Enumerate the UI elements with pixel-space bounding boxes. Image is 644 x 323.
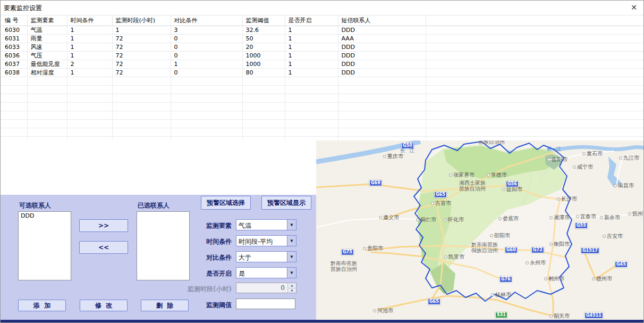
- table-row-empty[interactable]: [1, 94, 644, 103]
- element-select[interactable]: 气温 ▼: [236, 219, 296, 230]
- table-cell[interactable]: 6031: [1, 35, 27, 43]
- table-row-empty[interactable]: [1, 137, 644, 141]
- table-cell[interactable]: DDD: [338, 43, 426, 52]
- table-row-empty[interactable]: [1, 120, 644, 128]
- table-cell[interactable]: [426, 69, 644, 77]
- time-condition-select[interactable]: 时间段-平均 ▼: [236, 235, 296, 246]
- table-cell[interactable]: 相对湿度: [27, 69, 67, 77]
- compare-condition-select[interactable]: 大于 ▼: [236, 251, 296, 262]
- table-cell[interactable]: 72: [112, 69, 171, 77]
- table-row[interactable]: 6033风速1720201DDD: [1, 43, 644, 52]
- table-cell[interactable]: DDD: [338, 60, 426, 69]
- table-cell[interactable]: 最低能见度: [27, 60, 67, 69]
- table-cell[interactable]: 1: [67, 43, 112, 52]
- table-cell[interactable]: 1: [285, 26, 338, 35]
- table-cell[interactable]: AAA: [338, 35, 426, 43]
- column-header[interactable]: 是否开启: [285, 15, 338, 26]
- contact-list-item[interactable]: DDD: [19, 212, 71, 220]
- table-cell[interactable]: 气温: [27, 26, 67, 35]
- warning-area-select-button[interactable]: 预警区域选择: [201, 196, 251, 210]
- chevron-down-icon[interactable]: ▼: [287, 268, 296, 278]
- table-row-empty[interactable]: [1, 128, 644, 137]
- column-header[interactable]: 监测时段(小时): [112, 15, 171, 26]
- map-view[interactable]: 重庆市黄石市咸宁市九江市岳阳市南昌市常德市张家界市益阳市长沙市吉首市遵义市铜仁市…: [316, 140, 644, 320]
- table-cell[interactable]: [426, 26, 644, 35]
- table-cell[interactable]: 0: [171, 43, 242, 52]
- chevron-down-icon[interactable]: ▼: [287, 236, 296, 246]
- table-cell[interactable]: 1: [67, 69, 112, 77]
- table-cell[interactable]: 6038: [1, 69, 27, 77]
- table-cell[interactable]: [426, 60, 644, 69]
- table-cell[interactable]: 6037: [1, 60, 27, 69]
- table-row-empty[interactable]: [1, 111, 644, 120]
- table-cell[interactable]: 0: [171, 52, 242, 60]
- table-cell[interactable]: 72: [112, 43, 171, 52]
- table-cell[interactable]: 1: [67, 35, 112, 43]
- table-cell[interactable]: 1: [171, 60, 242, 69]
- table-cell[interactable]: 风速: [27, 43, 67, 52]
- column-header[interactable]: 监测要素: [27, 15, 67, 26]
- modify-button[interactable]: 修 改: [80, 300, 128, 311]
- table-cell[interactable]: 2: [67, 60, 112, 69]
- table-cell[interactable]: [426, 35, 644, 43]
- table-cell[interactable]: 72: [112, 60, 171, 69]
- spinner-down-icon[interactable]: ▼: [288, 288, 296, 293]
- table-cell[interactable]: 6030: [1, 26, 27, 35]
- table-cell[interactable]: DDD: [338, 26, 426, 35]
- map-city-label: 凯里市: [444, 253, 464, 261]
- table-cell[interactable]: 1: [285, 35, 338, 43]
- table-row-empty[interactable]: [1, 103, 644, 111]
- warning-area-display-button[interactable]: 预警区域显示: [261, 196, 311, 210]
- table-row[interactable]: 6036气压172010001DDD: [1, 52, 644, 60]
- table-row-empty[interactable]: [1, 77, 644, 86]
- table-cell[interactable]: 0: [171, 35, 242, 43]
- table-cell[interactable]: 1: [285, 60, 338, 69]
- table-row[interactable]: 6031雨量1720501AAA: [1, 35, 644, 43]
- threshold-input[interactable]: [236, 299, 295, 309]
- table-cell[interactable]: DDD: [338, 69, 426, 77]
- column-header[interactable]: 监测阈值: [242, 15, 285, 26]
- table-row[interactable]: 6038相对湿度1720801DDD: [1, 69, 644, 77]
- table-cell[interactable]: DDD: [338, 52, 426, 60]
- map-city-label: 郴州市: [544, 275, 564, 283]
- table-row[interactable]: 6030气温11332.61DDD: [1, 26, 644, 35]
- table-cell[interactable]: 50: [242, 35, 285, 43]
- chevron-down-icon[interactable]: ▼: [287, 252, 296, 262]
- chevron-down-icon[interactable]: ▼: [287, 220, 296, 230]
- enabled-select[interactable]: 是 ▼: [236, 267, 296, 278]
- table-cell[interactable]: 1000: [242, 52, 285, 60]
- table-cell: [27, 120, 67, 128]
- spinner-up-icon[interactable]: ▲: [288, 283, 296, 288]
- table-cell[interactable]: 雨量: [27, 35, 67, 43]
- column-header[interactable]: 对比条件: [171, 15, 242, 26]
- table-row-empty[interactable]: [1, 86, 644, 94]
- table-cell[interactable]: 80: [242, 69, 285, 77]
- close-icon[interactable]: ✕: [631, 3, 637, 12]
- table-cell[interactable]: 1: [67, 52, 112, 60]
- table-cell[interactable]: 72: [112, 35, 171, 43]
- table-cell[interactable]: 1: [285, 52, 338, 60]
- table-cell[interactable]: 3: [171, 26, 242, 35]
- table-cell[interactable]: 1000: [242, 60, 285, 69]
- table-cell[interactable]: 72: [112, 52, 171, 60]
- table-row[interactable]: 6037最低能见度272110001DDD: [1, 60, 644, 69]
- table-cell[interactable]: 1: [112, 26, 171, 35]
- table-cell[interactable]: 0: [171, 69, 242, 77]
- column-header[interactable]: 编 号: [1, 15, 27, 26]
- table-cell[interactable]: [426, 43, 644, 52]
- table-cell[interactable]: 32.6: [242, 26, 285, 35]
- column-header[interactable]: 时间条件: [67, 15, 112, 26]
- table-cell[interactable]: 1: [285, 69, 338, 77]
- add-button[interactable]: 添 加: [18, 300, 66, 311]
- table-cell[interactable]: [426, 52, 644, 60]
- delete-button[interactable]: 删 除: [141, 300, 189, 311]
- table-cell[interactable]: 6033: [1, 43, 27, 52]
- table-cell[interactable]: 1: [67, 26, 112, 35]
- table-cell[interactable]: 20: [242, 43, 285, 52]
- table-cell: [285, 128, 338, 137]
- table-cell[interactable]: 气压: [27, 52, 67, 60]
- column-header[interactable]: 短信联系人: [338, 15, 426, 26]
- table-cell[interactable]: 6036: [1, 52, 27, 60]
- map-city-label: 黄石市: [582, 150, 603, 158]
- table-cell[interactable]: 1: [285, 43, 338, 52]
